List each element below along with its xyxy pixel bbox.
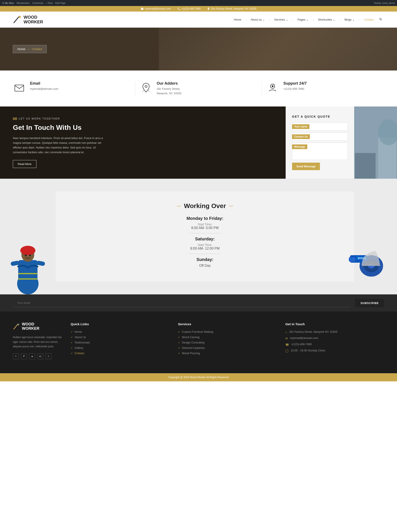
check-icon: ✓ <box>71 352 73 355</box>
read-more-button[interactable]: Read More <box>13 160 36 168</box>
quick-link-gallery[interactable]: ✓ Gallery <box>71 346 169 350</box>
nav-blogs[interactable]: Blogs ⌄ <box>342 16 357 23</box>
hours-divider-1 <box>189 233 221 233</box>
breadcrumb-current: Contact <box>32 47 42 51</box>
send-message-button[interactable]: Send Message <box>292 163 320 170</box>
email-icon <box>13 81 26 94</box>
twitter-icon[interactable]: t <box>45 353 51 359</box>
work-together-section: LET US WORK TOGETHER Get In Touch With U… <box>0 106 397 179</box>
clock-icon: ◯ <box>285 349 289 352</box>
logo[interactable]: WOOD WORKER <box>13 15 43 24</box>
admin-my-sites[interactable]: ☰ My Sites <box>2 2 14 5</box>
footer-logo-text: WOOD WORKER <box>22 322 39 331</box>
working-hours-title: Working Over <box>73 202 337 210</box>
subscribe-button[interactable]: SUBSCRIBE <box>355 299 384 307</box>
linkedin-icon[interactable]: in <box>37 353 43 359</box>
contact-info-section: Email myemail@domain.com Our Adders 20c … <box>0 70 397 106</box>
footer-main: WOOD WORKER Nullam eget lacus venenatis,… <box>0 312 397 373</box>
home-icon: ⌂ <box>285 331 287 334</box>
support-text: Support 24/7 +(123)-456-7890 <box>283 81 307 91</box>
quick-link-contact[interactable]: ✓ Contact <box>71 352 169 355</box>
contact-email-item: Email myemail@domain.com <box>13 81 131 94</box>
service-wood-carving[interactable]: ✓ Wood Carving <box>178 336 277 339</box>
contact-label: Contact Us <box>292 134 310 139</box>
lines-decoration <box>13 118 17 120</box>
quick-link-home[interactable]: ✓ Home <box>71 330 169 333</box>
work-description: Nam tempus hendrerit interdum. Proin sit… <box>13 136 107 155</box>
work-right-image <box>354 106 397 179</box>
working-hours-section: BOSCH Working Over Monday to Friday: Sta… <box>0 179 397 294</box>
subscribe-email-input[interactable] <box>13 299 351 307</box>
contact-field-wrap: Contact Us <box>292 133 348 141</box>
top-bar-phone: +(123)-456-7890 <box>177 7 201 10</box>
address-icon <box>140 81 152 94</box>
facebook-icon[interactable]: f <box>13 353 19 359</box>
check-icon: ✓ <box>71 330 73 333</box>
svg-point-21 <box>25 255 26 256</box>
top-bar-address: 20c Factory Street, Newyork, NY 10205 <box>207 7 256 10</box>
name-label: Your name <box>292 124 310 129</box>
footer-email: ✉ myemail@domain.com <box>285 336 384 340</box>
footer-get-in-touch: Get in Touch ⌂ 20c Factory Street, Newyo… <box>285 322 384 362</box>
check-icon: ✓ <box>178 330 180 333</box>
svg-line-31 <box>14 324 18 329</box>
footer-copyright: Copyright @ 2024 Wood Worker All Rights … <box>0 373 397 381</box>
nav-about[interactable]: About us ⌄ <box>248 16 267 23</box>
nav-home[interactable]: Home <box>231 16 244 23</box>
admin-new[interactable]: + New <box>46 2 53 4</box>
search-icon[interactable] <box>377 16 384 23</box>
quick-link-about[interactable]: ✓ About Us <box>71 336 169 339</box>
footer-phone: ☎ +(123)-456-7890 <box>285 343 384 346</box>
check-icon: ✓ <box>178 346 180 350</box>
services-list: ✓ Custom Furniture Making ✓ Wood Carving… <box>178 330 277 355</box>
breadcrumb-home[interactable]: Home <box>17 47 25 51</box>
check-icon: ✓ <box>71 336 73 339</box>
saw-decoration: BOSCH <box>346 247 388 277</box>
pinterest-icon[interactable]: P <box>21 353 27 359</box>
nav-services[interactable]: Services ⌄ <box>272 16 291 23</box>
nav-shortcodes[interactable]: Shortcodes ⌄ <box>316 16 338 23</box>
instagram-icon[interactable]: ● <box>29 353 35 359</box>
email-icon: ✉ <box>285 337 288 340</box>
contact-divider-1 <box>135 81 135 96</box>
email-text: Email myemail@domain.com <box>30 81 58 91</box>
work-title: Get In Touch With Us <box>13 123 107 131</box>
admin-woodworker[interactable]: Woodworker <box>17 2 30 4</box>
svg-point-2 <box>19 16 21 18</box>
phone-icon: ☎ <box>285 343 289 346</box>
breadcrumb: Home → Contact <box>13 45 47 53</box>
svg-rect-3 <box>15 85 24 91</box>
admin-edit-page[interactable]: Edit Page <box>55 2 66 4</box>
working-hours-saturday: Saturday: Start Time: 8:00 AM- 12:00 PM <box>73 237 337 250</box>
service-wood-flooring[interactable]: ✓ Wood Flooring <box>178 352 277 355</box>
breadcrumb-arrow: → <box>27 47 30 51</box>
quote-form: Your name Contact Us Message Send Messag… <box>292 123 348 170</box>
footer-hours: ◯ 10.00 - 18.00 Sunday Close <box>285 349 384 352</box>
check-icon: ✓ <box>71 346 73 350</box>
svg-rect-19 <box>20 249 35 252</box>
quote-title: GET A QUICK QUOTE <box>292 115 348 118</box>
admin-customize[interactable]: Customize <box>32 2 43 4</box>
svg-rect-16 <box>18 278 37 280</box>
quick-link-testimonials[interactable]: ✓ Testimonials <box>71 341 169 344</box>
admin-howdy: Howdy, luzuk_demo <box>374 2 395 4</box>
quote-form-section: GET A QUICK QUOTE Your name Contact Us M… <box>286 106 354 179</box>
contact-address-item: Our Adders 20c Factory Street,Newyork, N… <box>140 81 258 96</box>
contact-divider-2 <box>262 81 262 96</box>
svg-rect-20 <box>20 252 21 254</box>
nav-pages[interactable]: Pages ⌄ <box>295 16 311 23</box>
top-bar: myemail@domain.com +(123)-456-7890 20c F… <box>0 6 397 12</box>
admin-bar: ☰ My Sites Woodworker Customize + New Ed… <box>0 0 397 6</box>
check-icon: ✓ <box>178 341 180 344</box>
hours-divider-2 <box>189 254 221 254</box>
social-icons: f P ● in t <box>13 353 62 359</box>
contact-support-item: Support 24/7 +(123)-456-7890 <box>266 81 384 94</box>
address-text: Our Adders 20c Factory Street,Newyork, N… <box>157 81 181 96</box>
service-custom-furniture[interactable]: ✓ Custom Furniture Making <box>178 330 277 333</box>
name-field-wrap: Your name <box>292 123 348 131</box>
svg-rect-8 <box>355 153 376 179</box>
service-general-carpentry[interactable]: ✓ General Carpentry <box>178 346 277 350</box>
service-design-consulting[interactable]: ✓ Design Consulting <box>178 341 277 344</box>
nav-contact[interactable]: Contact <box>361 16 376 23</box>
main-nav: Home — About us ⌄ — Services ⌄ — Pages ⌄… <box>231 16 384 23</box>
